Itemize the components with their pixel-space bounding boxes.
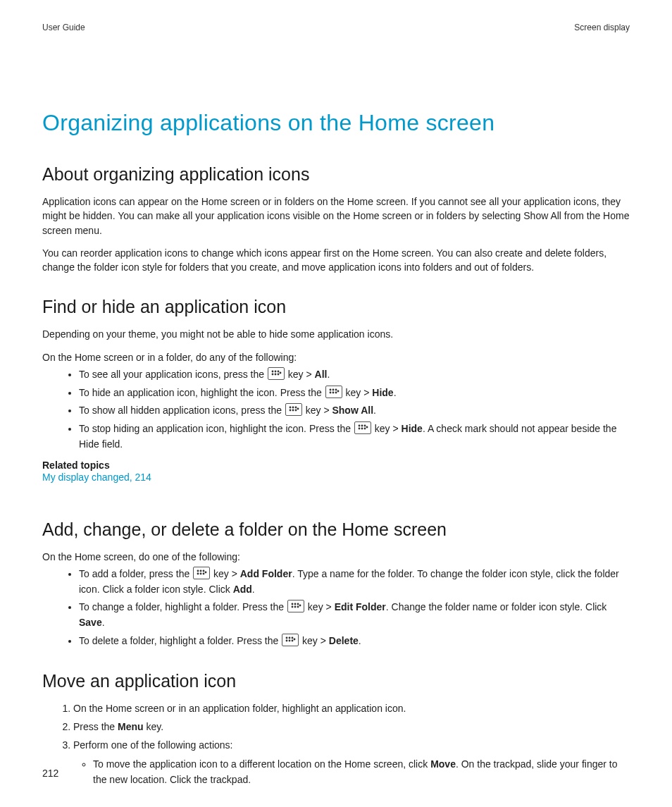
svg-point-33 <box>203 572 205 574</box>
svg-point-39 <box>294 606 297 608</box>
section-move-icon: Move an application icon On the Home scr… <box>42 671 630 787</box>
svg-point-30 <box>203 569 205 572</box>
svg-point-4 <box>275 374 277 376</box>
svg-point-18 <box>292 409 294 412</box>
list-item: To add a folder, press the key > Add Fol… <box>79 567 630 597</box>
menu-key-icon <box>268 367 285 380</box>
menu-key-icon <box>285 403 302 416</box>
body-text: On the Home screen or in a folder, do an… <box>42 350 630 364</box>
list-item: On the Home screen or in an application … <box>73 701 630 717</box>
svg-point-38 <box>292 606 294 608</box>
svg-point-3 <box>272 374 274 376</box>
svg-point-43 <box>289 636 291 639</box>
section-about: About organizing application icons Appli… <box>42 164 630 274</box>
svg-point-9 <box>335 388 337 390</box>
section-folders: Add, change, or delete a folder on the H… <box>42 519 630 649</box>
svg-point-13 <box>337 390 339 392</box>
page-title: Organizing applications on the Home scre… <box>42 110 630 136</box>
svg-point-11 <box>332 391 334 393</box>
svg-point-8 <box>332 388 334 390</box>
section-heading: About organizing application icons <box>42 164 630 185</box>
bullet-list: To see all your application icons, press… <box>42 367 630 452</box>
menu-key-icon <box>354 421 371 434</box>
section-heading: Move an application icon <box>42 671 630 691</box>
svg-point-12 <box>335 391 337 393</box>
svg-point-0 <box>272 371 274 373</box>
bullet-list: To add a folder, press the key > Add Fol… <box>42 567 630 648</box>
section-heading: Find or hide an application icon <box>42 297 630 317</box>
header-left: User Guide <box>42 23 85 32</box>
svg-point-28 <box>197 569 199 572</box>
list-item: To show all hidden application icons, pr… <box>79 403 630 419</box>
page-number: 212 <box>42 768 58 779</box>
svg-point-16 <box>294 407 297 409</box>
svg-point-24 <box>359 428 361 430</box>
svg-point-1 <box>275 371 277 373</box>
section-find-hide: Find or hide an application icon Dependi… <box>42 297 630 496</box>
svg-point-37 <box>297 603 299 605</box>
list-item: To stop hiding an application icon, high… <box>79 421 630 452</box>
header-right: Screen display <box>574 23 630 32</box>
svg-point-34 <box>205 571 207 573</box>
svg-point-25 <box>361 428 363 430</box>
list-item: To hide an application icon, highlight t… <box>79 386 630 401</box>
svg-point-35 <box>292 603 294 605</box>
svg-point-19 <box>294 409 297 412</box>
body-text: Application icons can appear on the Home… <box>42 195 630 238</box>
related-topic-link[interactable]: My display changed, 214 <box>42 472 151 483</box>
svg-point-40 <box>297 606 299 608</box>
menu-key-icon <box>287 600 304 612</box>
menu-key-icon <box>282 634 299 646</box>
svg-point-23 <box>364 425 366 427</box>
svg-point-6 <box>280 372 282 374</box>
svg-point-2 <box>278 371 280 373</box>
list-item: To move the application icon to a differ… <box>93 757 630 787</box>
svg-point-21 <box>359 425 361 427</box>
svg-point-14 <box>289 407 291 409</box>
menu-key-icon <box>325 386 342 398</box>
svg-point-48 <box>294 638 296 640</box>
svg-point-17 <box>289 409 291 412</box>
body-text: You can reorder application icons to cha… <box>42 246 630 275</box>
svg-point-46 <box>289 639 291 641</box>
list-item: To delete a folder, highlight a folder. … <box>79 634 630 649</box>
svg-point-31 <box>197 572 199 574</box>
svg-point-45 <box>286 639 288 641</box>
related-topics-label: Related topics <box>42 460 630 471</box>
page-header: User Guide Screen display <box>42 23 630 32</box>
svg-point-7 <box>329 388 331 390</box>
menu-key-icon <box>193 567 210 579</box>
svg-point-41 <box>299 605 301 607</box>
svg-point-26 <box>364 428 366 430</box>
svg-point-29 <box>200 569 202 572</box>
svg-point-22 <box>361 425 363 427</box>
list-item: Perform one of the following actions: To… <box>73 738 630 788</box>
body-text: On the Home screen, do one of the follow… <box>42 550 630 564</box>
svg-point-15 <box>292 407 294 409</box>
svg-point-27 <box>366 426 368 429</box>
list-item: Press the Menu key. <box>73 720 630 735</box>
svg-point-32 <box>200 572 202 574</box>
svg-point-20 <box>297 408 299 410</box>
svg-point-47 <box>292 639 294 641</box>
svg-point-44 <box>292 636 294 639</box>
svg-point-36 <box>294 603 297 605</box>
svg-point-10 <box>329 391 331 393</box>
svg-point-42 <box>286 636 288 639</box>
list-item: To see all your application icons, press… <box>79 367 630 383</box>
numbered-list: On the Home screen or in an application … <box>42 701 630 787</box>
bullet-list: To move the application icon to a differ… <box>73 757 630 787</box>
list-item: To change a folder, highlight a folder. … <box>79 600 630 630</box>
section-heading: Add, change, or delete a folder on the H… <box>42 519 630 540</box>
svg-point-5 <box>278 374 280 376</box>
body-text: Depending on your theme, you might not b… <box>42 327 630 341</box>
page: User Guide Screen display Organizing app… <box>0 0 672 807</box>
